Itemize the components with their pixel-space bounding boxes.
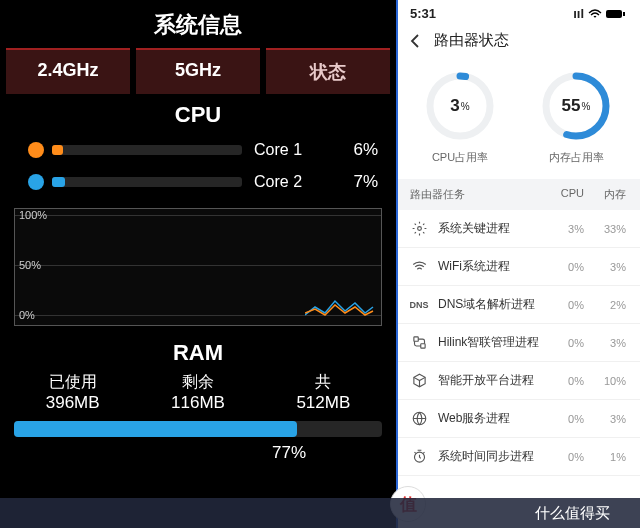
task-name: Hilink智联管理进程 bbox=[438, 334, 542, 351]
core-1-pct: 6% bbox=[330, 140, 378, 160]
signal-icon: ııl bbox=[573, 6, 584, 21]
tick-0: 0% bbox=[19, 309, 35, 321]
gear-icon bbox=[410, 221, 428, 236]
core-2-pct: 7% bbox=[330, 172, 378, 192]
task-cpu: 0% bbox=[542, 261, 584, 273]
box-icon bbox=[410, 373, 428, 388]
mem-gauge: 55% 内存占用率 bbox=[540, 70, 612, 165]
task-row[interactable]: Web服务进程0%3% bbox=[396, 400, 640, 438]
status-time: 5:31 bbox=[410, 6, 436, 21]
status-bar: 5:31 ııl bbox=[396, 0, 640, 23]
wifi-icon bbox=[588, 9, 602, 19]
core-2-label: Core 2 bbox=[254, 173, 318, 191]
task-cpu: 0% bbox=[542, 413, 584, 425]
back-icon[interactable] bbox=[408, 33, 424, 49]
tick-100: 100% bbox=[19, 209, 47, 221]
svg-rect-1 bbox=[623, 12, 625, 16]
sparkline-icon bbox=[305, 293, 375, 321]
task-row[interactable]: Hilink智联管理进程0%3% bbox=[396, 324, 640, 362]
ram-heading: RAM bbox=[0, 332, 396, 372]
task-mem: 3% bbox=[584, 337, 626, 349]
task-row[interactable]: 智能开放平台进程0%10% bbox=[396, 362, 640, 400]
cpu-gauge: 3% CPU占用率 bbox=[424, 70, 496, 165]
core-2-dot-icon bbox=[28, 174, 44, 190]
watermark-bar: 什么值得买 bbox=[0, 498, 640, 528]
band-tabs: 2.4GHz 5GHz 状态 bbox=[0, 48, 396, 94]
panel-title: 系统信息 bbox=[0, 0, 396, 48]
nav-title: 路由器状态 bbox=[434, 31, 509, 50]
task-mem: 10% bbox=[584, 375, 626, 387]
tab-2-4ghz[interactable]: 2.4GHz bbox=[6, 48, 130, 94]
nav-bar: 路由器状态 bbox=[396, 23, 640, 60]
task-mem: 1% bbox=[584, 451, 626, 463]
watermark-text: 什么值得买 bbox=[535, 504, 610, 523]
task-cpu: 3% bbox=[542, 223, 584, 235]
ram-bar bbox=[14, 421, 382, 437]
battery-icon bbox=[606, 9, 626, 19]
task-row[interactable]: WiFi系统进程0%3% bbox=[396, 248, 640, 286]
task-row[interactable]: 系统关键进程3%33% bbox=[396, 210, 640, 248]
svg-rect-0 bbox=[606, 10, 622, 18]
svg-rect-8 bbox=[420, 344, 424, 348]
task-row[interactable]: 系统时间同步进程0%1% bbox=[396, 438, 640, 476]
task-cpu: 0% bbox=[542, 337, 584, 349]
ram-used-label: 已使用 bbox=[46, 372, 100, 393]
task-name: Web服务进程 bbox=[438, 410, 542, 427]
core-1-row: Core 1 6% bbox=[0, 134, 396, 166]
task-name: DNS域名解析进程 bbox=[438, 296, 542, 313]
svg-rect-7 bbox=[413, 337, 417, 341]
clock-icon bbox=[410, 449, 428, 464]
task-row[interactable]: DNSDNS域名解析进程0%2% bbox=[396, 286, 640, 324]
tick-50: 50% bbox=[19, 259, 41, 271]
task-cpu: 0% bbox=[542, 299, 584, 311]
task-name: 智能开放平台进程 bbox=[438, 372, 542, 389]
router-status-panel: 5:31 ııl 路由器状态 3% CPU占用率 55% 内存占用率 路由器任务… bbox=[396, 0, 640, 528]
dns-icon: DNS bbox=[410, 300, 428, 310]
task-name: 系统时间同步进程 bbox=[438, 448, 542, 465]
core-1-dot-icon bbox=[28, 142, 44, 158]
tab-5ghz[interactable]: 5GHz bbox=[136, 48, 260, 94]
tab-status[interactable]: 状态 bbox=[266, 48, 390, 94]
ram-total-label: 共 bbox=[296, 372, 350, 393]
task-table-body: 系统关键进程3%33%WiFi系统进程0%3%DNSDNS域名解析进程0%2%H… bbox=[396, 210, 640, 476]
task-name: WiFi系统进程 bbox=[438, 258, 542, 275]
gauges: 3% CPU占用率 55% 内存占用率 bbox=[396, 60, 640, 179]
core-1-label: Core 1 bbox=[254, 141, 318, 159]
task-table-head: 路由器任务 CPU 内存 bbox=[396, 179, 640, 210]
task-cpu: 0% bbox=[542, 451, 584, 463]
cpu-history-chart: 100% 50% 0% bbox=[14, 208, 382, 326]
task-name: 系统关键进程 bbox=[438, 220, 542, 237]
system-info-panel: 系统信息 2.4GHz 5GHz 状态 CPU Core 1 6% Core 2… bbox=[0, 0, 396, 528]
task-mem: 3% bbox=[584, 261, 626, 273]
globe-icon bbox=[410, 411, 428, 426]
ram-free-value: 116MB bbox=[171, 393, 225, 413]
task-mem: 33% bbox=[584, 223, 626, 235]
mem-gauge-label: 内存占用率 bbox=[540, 150, 612, 165]
task-mem: 3% bbox=[584, 413, 626, 425]
ram-free-label: 剩余 bbox=[171, 372, 225, 393]
core-2-row: Core 2 7% bbox=[0, 166, 396, 198]
panel-divider bbox=[396, 0, 398, 528]
link-icon bbox=[410, 335, 428, 350]
task-cpu: 0% bbox=[542, 375, 584, 387]
ram-total-value: 512MB bbox=[296, 393, 350, 413]
cpu-heading: CPU bbox=[0, 94, 396, 134]
ram-stats: 已使用396MB 剩余116MB 共512MB bbox=[0, 372, 396, 419]
svg-point-6 bbox=[417, 227, 421, 231]
cpu-gauge-label: CPU占用率 bbox=[424, 150, 496, 165]
ram-used-value: 396MB bbox=[46, 393, 100, 413]
ram-pct: 77% bbox=[0, 443, 396, 463]
task-mem: 2% bbox=[584, 299, 626, 311]
wifi-icon bbox=[410, 259, 428, 274]
